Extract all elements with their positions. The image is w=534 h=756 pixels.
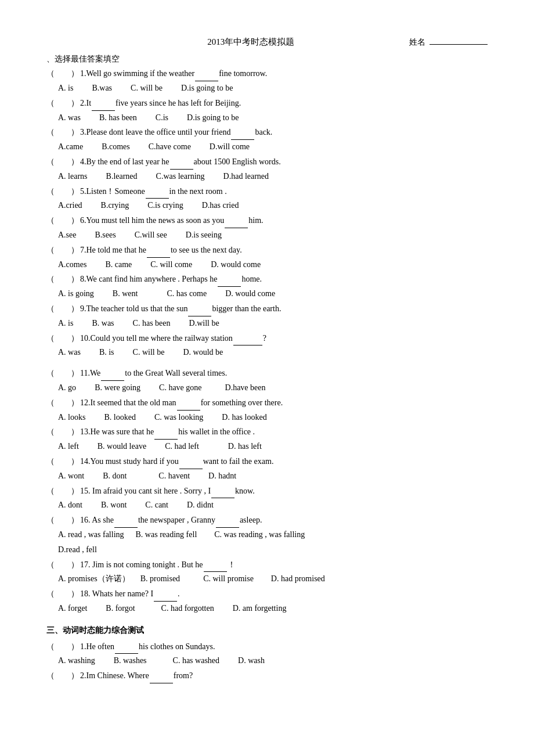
question-block-q13: （ ） 13.He was sure that he his wallet in…	[46, 425, 488, 453]
question-block-q12: （ ） 12.It seemed that the old man for so…	[46, 396, 488, 424]
question-block-q10: （ ） 10.Could you tell me where the railw…	[46, 332, 488, 360]
blank-q17	[204, 558, 227, 573]
question-block-q4: （ ） 4.By the end of last year he about 1…	[46, 155, 488, 183]
question-block-q15: （ ） 15. Im afraid you cant sit here . So…	[46, 484, 488, 513]
page-title: 2013年中考时态模拟题	[93, 35, 409, 50]
question-block-q7: （ ） 7.He told me that he to see us the n…	[46, 243, 488, 272]
question-block-q5: （ ） 5.Listen！Someone in the next room . …	[46, 185, 488, 213]
question-block-q6: （ ） 6.You must tell him the news as soon…	[46, 214, 488, 242]
blank-q3	[231, 125, 254, 140]
blank-q12	[177, 396, 200, 411]
question-line-q2: （ ） 2.It five years since he has left fo…	[46, 96, 488, 111]
question-block-q16: （ ） 16. As she the newspaper , Granny as…	[46, 513, 488, 556]
blank-q4	[170, 155, 193, 170]
question-block-q14: （ ） 14.You must study hard if you want t…	[46, 455, 488, 483]
question-block-q9: （ ） 9.The teacher told us that the sun b…	[46, 302, 488, 330]
section2-title: 三、动词时态能力综合测试	[46, 624, 488, 638]
blank-q2	[92, 96, 115, 111]
option-q1-d: D.is going to be	[181, 81, 233, 95]
blank-q10	[233, 332, 262, 346]
blank-q16b	[216, 513, 239, 528]
option-q1-c: C. will be	[131, 81, 163, 95]
blank-q8	[218, 272, 241, 287]
question-block-sq2: （ ） 2.Im Chinese. Where from?	[46, 669, 488, 683]
blank-q14	[179, 455, 203, 469]
question-block-q17: （ ） 17. Jim is not coming tonight . But …	[46, 558, 488, 586]
question-block-q8: （ ） 8.We cant find him anywhere . Perhap…	[46, 272, 488, 301]
question-block-q3: （ ） 3.Please dont leave the office until…	[46, 125, 488, 154]
blank-sq1	[115, 640, 138, 654]
options-q1: A. is B.was C. will be D.is going to be	[46, 81, 488, 95]
header: 2013年中考时态模拟题 姓名	[46, 35, 488, 50]
question-line-q1: （ ） 1.Well go swimming if the weather fi…	[46, 67, 488, 81]
blank-q5	[146, 185, 169, 199]
blank-q16a	[114, 513, 138, 528]
blank-q7	[147, 243, 170, 258]
question-block-q18: （ ） 18. Whats her name? I . A. forget B.…	[46, 587, 488, 615]
option-q1-b: B.was	[92, 81, 112, 95]
question-block-q11: （ ） 11.We to the Great Wall several time…	[46, 366, 488, 395]
blank-q9	[188, 302, 211, 316]
option-q1-a: A. is	[58, 81, 73, 95]
options-q2: A. was B. has been C.is D.is going to be	[46, 111, 488, 125]
section1-title: 、选择最佳答案填空	[46, 52, 488, 66]
question-block-sq1: （ ） 1.He often his clothes on Sundays. A…	[46, 640, 488, 668]
q1-num: 1.Well go swimming if the weather fine t…	[80, 67, 267, 81]
name-field: 姓名	[409, 35, 488, 49]
blank-q15	[211, 484, 234, 499]
name-underline	[430, 44, 488, 45]
blank-q18	[154, 587, 177, 602]
blank-q11	[101, 366, 124, 381]
blank-sq2	[150, 669, 173, 683]
blank-q1	[195, 67, 218, 81]
question-block-q1: （ ） 1.Well go swimming if the weather fi…	[46, 67, 488, 95]
question-block-q2: （ ） 2.It five years since he has left fo…	[46, 96, 488, 125]
blank-q6	[225, 214, 248, 228]
blank-q13	[154, 425, 178, 440]
paren-q1: （ ）	[46, 67, 79, 81]
